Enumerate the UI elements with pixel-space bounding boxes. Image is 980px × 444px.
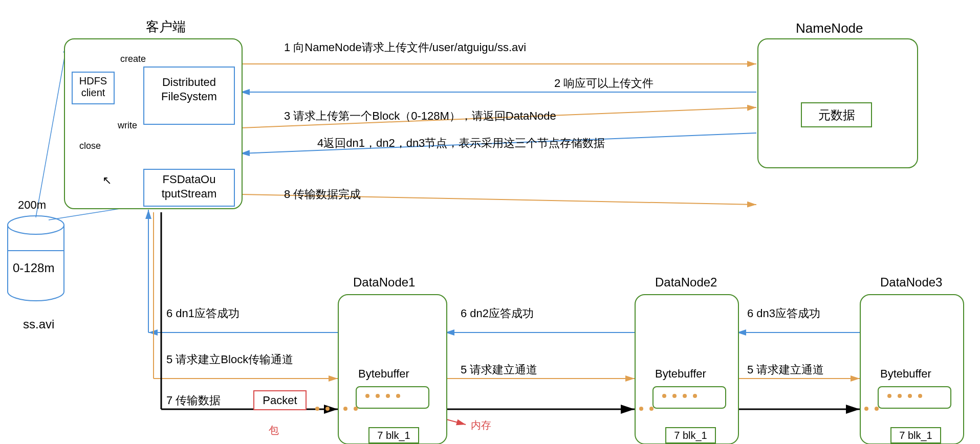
namenode-title: NameNode (796, 20, 863, 36)
dn3-bytebuffer: Bytebuffer (880, 367, 931, 381)
msg5-label: 5 请求建立Block传输通道 (166, 352, 293, 367)
dn3-input-dots (861, 407, 882, 411)
dn1-dots (362, 394, 403, 398)
client-title: 客户端 (146, 18, 186, 36)
msg2-label: 2 响应可以上传文件 (554, 76, 654, 91)
dn2-bytebuffer: Bytebuffer (655, 367, 706, 381)
msg5b-label: 5 请求建立通道 (461, 362, 537, 378)
dn1-bytebuffer: Bytebuffer (358, 367, 409, 381)
metadata-box: 元数据 (801, 102, 872, 127)
dn1-title: DataNode1 (353, 275, 415, 290)
packet-box: Packet (253, 390, 307, 410)
msg6a-label: 6 dn1应答成功 (166, 306, 239, 321)
dn2-blk: 7 blk_1 (665, 427, 716, 443)
anno-packet: 包 (269, 424, 279, 437)
cursor-icon: ↖ (102, 174, 112, 187)
dn1-blk: 7 blk_1 (368, 427, 419, 443)
msg5c-label: 5 请求建立通道 (747, 362, 824, 378)
close-label: close (79, 141, 101, 151)
distributed-fs-box: DistributedFileSystem (143, 66, 235, 125)
fsdata-out-box: FSDataOutputStream (143, 169, 235, 207)
write-label: write (118, 120, 137, 131)
file-name-label: ss.avi (23, 317, 54, 331)
hdfs-client-box: HDFSclient (72, 72, 115, 104)
msg3-label: 3 请求上传第一个Block（0-128M），请返回DataNode (284, 108, 556, 124)
dn2-input-dots (636, 407, 657, 411)
packet-dots (312, 407, 333, 411)
dn2-title: DataNode2 (655, 275, 717, 290)
msg7-label: 7 传输数据 (166, 393, 221, 408)
msg6b-label: 6 dn2应答成功 (461, 306, 534, 321)
msg4-label: 4返回dn1，dn2，dn3节点，表示采用这三个节点存储数据 (317, 136, 605, 151)
svg-line-2 (36, 46, 67, 217)
dn2-dots (659, 394, 700, 398)
dn3-title: DataNode3 (880, 275, 942, 290)
msg8-label: 8 传输数据完成 (284, 187, 361, 202)
file-part-label: 0-128m (13, 261, 54, 275)
svg-point-0 (8, 216, 64, 234)
dn3-blk: 7 blk_1 (890, 427, 941, 443)
msg1-label: 1 向NameNode请求上传文件/user/atguigu/ss.avi (284, 40, 526, 55)
create-label: create (120, 54, 146, 64)
file-size-label: 200m (18, 198, 46, 212)
dn3-dots (884, 394, 925, 398)
anno-mem: 内存 (471, 418, 491, 432)
msg6c-label: 6 dn3应答成功 (747, 306, 820, 321)
dn1-input-dots (340, 407, 361, 411)
